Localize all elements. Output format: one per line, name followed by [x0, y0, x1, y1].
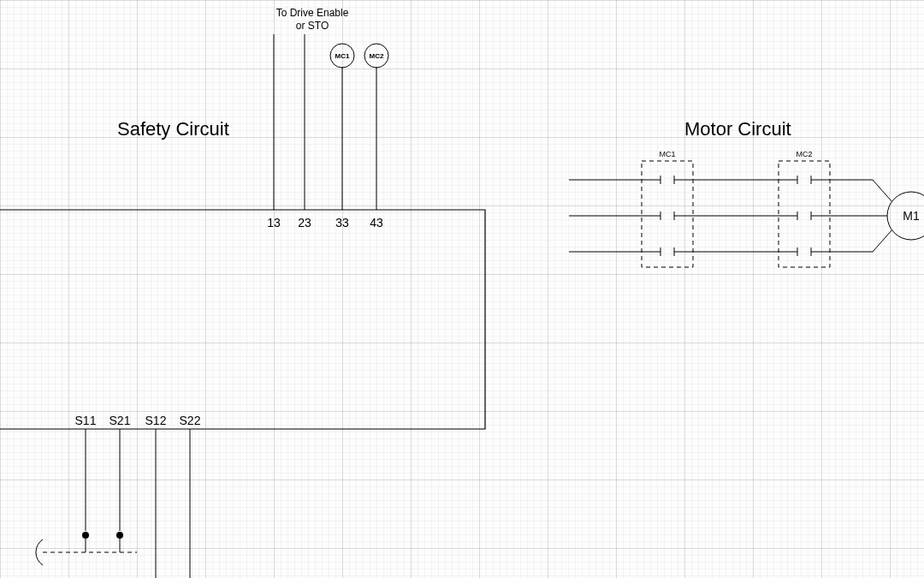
- terminal-s21: S21: [110, 414, 131, 427]
- safety-circuit-title: Safety Circuit: [117, 118, 229, 140]
- terminal-23: 23: [298, 216, 311, 229]
- note-line2: or STO: [296, 20, 329, 32]
- safety-module-box: [0, 210, 485, 429]
- schematic-svg: Safety Circuit To Drive Enable or STO MC…: [0, 0, 924, 578]
- contactor-mc2-box: [779, 161, 830, 267]
- contactor-mc1-label: MC1: [659, 150, 675, 158]
- contact-dot-1: [82, 532, 89, 539]
- actuator-head: [36, 539, 43, 565]
- terminal-43: 43: [370, 216, 383, 229]
- motor-m1-label: M1: [903, 209, 920, 223]
- terminal-33: 33: [335, 216, 349, 229]
- contactor-mc1-box: [642, 161, 693, 267]
- contactor-mc2-label: MC2: [796, 150, 812, 158]
- terminal-s12: S12: [145, 414, 167, 427]
- l1-to-motor: [873, 180, 892, 202]
- contact-dot-2: [116, 532, 123, 539]
- terminal-13: 13: [267, 216, 281, 229]
- motor-circuit-title: Motor Circuit: [684, 118, 791, 140]
- terminal-s22: S22: [180, 414, 201, 427]
- coil-mc2-label: MC2: [370, 52, 384, 60]
- l3-to-motor: [873, 229, 892, 252]
- diagram-canvas: Safety Circuit To Drive Enable or STO MC…: [0, 0, 924, 578]
- terminal-s11: S11: [75, 414, 97, 427]
- note-line1: To Drive Enable: [276, 7, 349, 19]
- coil-mc1-label: MC1: [335, 52, 350, 60]
